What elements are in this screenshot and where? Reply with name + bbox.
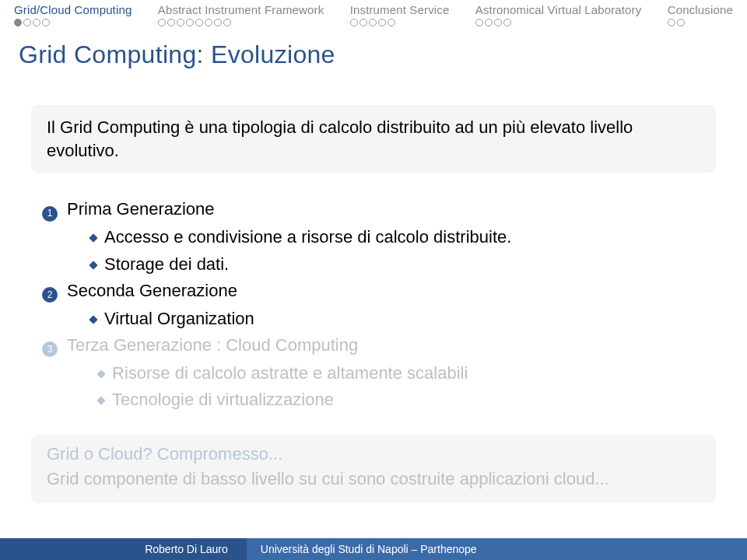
intro-text: Il Grid Computing è una tipologia di cal… [47, 117, 633, 160]
nav-label: Abstract Instrument Framework [158, 3, 324, 16]
footer: Roberto Di Lauro Università degli Studi … [0, 538, 747, 560]
progress-dot[interactable] [388, 19, 395, 26]
slide-content: Il Grid Computing è una tipologia di cal… [0, 69, 747, 503]
sub-item-text: Storage dei dati. [104, 251, 229, 278]
progress-dot[interactable] [23, 19, 31, 26]
generation-item: 2Seconda Generazione [42, 278, 716, 304]
progress-dot[interactable] [186, 19, 194, 26]
generation-item: 1Prima Generazione [42, 196, 716, 222]
progress-dot[interactable] [214, 19, 222, 26]
progress-dot[interactable] [503, 19, 511, 26]
generation-label: Seconda Generazione [67, 278, 237, 304]
progress-dot[interactable] [42, 19, 50, 26]
nav-progress-dots [14, 19, 132, 26]
conclusion-text: Grid componente di basso livello su cui … [47, 467, 700, 491]
progress-dot[interactable] [485, 19, 493, 26]
nav-label: Instrument Service [350, 3, 450, 16]
generation-list: 1Prima GenerazioneAccesso e condivisione… [31, 196, 716, 413]
progress-dot[interactable] [668, 19, 675, 26]
generation-sub-item: Accesso e condivisione a risorse di calc… [42, 224, 716, 250]
nav-section[interactable]: Grid/Cloud Computing [14, 3, 132, 26]
progress-dot[interactable] [195, 19, 203, 26]
nav-progress-dots [158, 19, 324, 26]
nav-label: Conclusione [668, 3, 733, 16]
footer-affiliation: Università degli Studi di Napoli – Parth… [247, 538, 747, 560]
nav-progress-dots [350, 19, 450, 26]
nav-progress-dots [668, 19, 733, 26]
generation-sub-item: Risorse di calcolo astratte e altamente … [42, 360, 716, 387]
nav-label: Astronomical Virtual Laboratory [475, 3, 642, 16]
progress-dot[interactable] [350, 19, 358, 26]
progress-dot[interactable] [167, 19, 175, 26]
nav-section[interactable]: Instrument Service [350, 3, 450, 26]
list-number-badge: 3 [42, 341, 58, 357]
progress-dot[interactable] [378, 19, 386, 26]
progress-dot[interactable] [14, 19, 22, 26]
footer-author: Roberto Di Lauro [0, 543, 247, 555]
conclusion-block: Grid o Cloud? Compromesso... Grid compon… [31, 435, 716, 503]
list-number-badge: 2 [42, 287, 58, 303]
bullet-icon [89, 234, 97, 243]
slide-title: Grid Computing: Evoluzione [0, 26, 747, 69]
generation-item: 3Terza Generazione : Cloud Computing [42, 332, 716, 359]
nav-section[interactable]: Conclusione [668, 3, 733, 26]
bullet-icon [96, 396, 105, 404]
progress-dot[interactable] [475, 19, 483, 26]
progress-dot[interactable] [677, 19, 685, 26]
progress-dot[interactable] [158, 19, 166, 26]
conclusion-title: Grid o Cloud? Compromesso... [47, 444, 700, 464]
section-nav: Grid/Cloud ComputingAbstract Instrument … [0, 0, 747, 26]
sub-item-text: Virtual Organization [104, 306, 254, 332]
generation-label: Prima Generazione [67, 196, 215, 222]
nav-label: Grid/Cloud Computing [14, 3, 132, 16]
generation-sub-item: Tecnologie di virtualizzazione [42, 387, 716, 413]
sub-item-text: Risorse di calcolo astratte e altamente … [112, 360, 468, 387]
generation-label: Terza Generazione : Cloud Computing [67, 332, 358, 359]
intro-block: Il Grid Computing è una tipologia di cal… [31, 105, 716, 173]
generation-sub-item: Storage dei dati. [42, 251, 716, 278]
generation-sub-item: Virtual Organization [42, 306, 716, 332]
nav-section[interactable]: Astronomical Virtual Laboratory [475, 3, 642, 26]
list-number-badge: 1 [42, 206, 58, 222]
progress-dot[interactable] [33, 19, 40, 26]
bullet-icon [89, 261, 97, 269]
progress-dot[interactable] [369, 19, 377, 26]
progress-dot[interactable] [494, 19, 502, 26]
bullet-icon [96, 369, 105, 378]
sub-item-text: Accesso e condivisione a risorse di calc… [104, 224, 511, 250]
bullet-icon [89, 315, 97, 324]
progress-dot[interactable] [359, 19, 367, 26]
progress-dot[interactable] [205, 19, 212, 26]
progress-dot[interactable] [177, 19, 184, 26]
progress-dot[interactable] [223, 19, 231, 26]
nav-progress-dots [475, 19, 642, 26]
sub-item-text: Tecnologie di virtualizzazione [112, 387, 334, 413]
nav-section[interactable]: Abstract Instrument Framework [158, 3, 324, 26]
